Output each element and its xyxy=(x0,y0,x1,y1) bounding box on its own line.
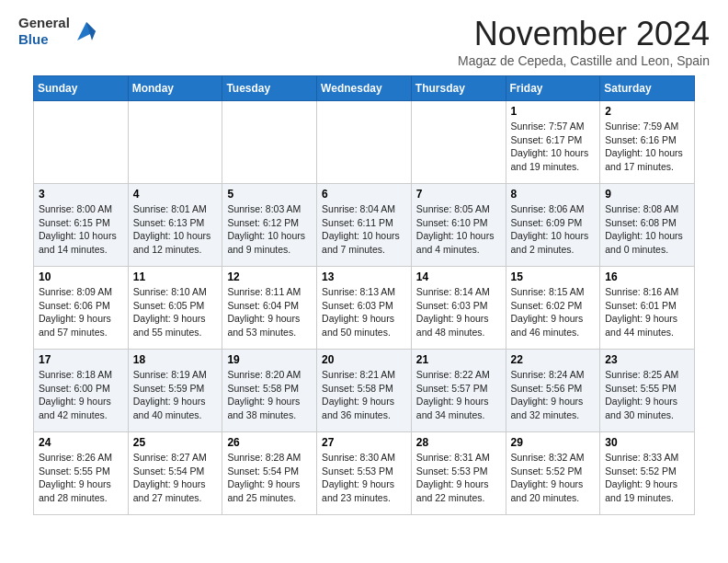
day-number: 19 xyxy=(227,353,312,366)
calendar-table: SundayMondayTuesdayWednesdayThursdayFrid… xyxy=(33,75,695,515)
day-info: Sunrise: 8:30 AM Sunset: 5:53 PM Dayligh… xyxy=(322,451,406,505)
day-number: 6 xyxy=(322,188,406,201)
calendar-cell: 22Sunrise: 8:24 AM Sunset: 5:56 PM Dayli… xyxy=(506,350,600,432)
day-info: Sunrise: 8:27 AM Sunset: 5:54 PM Dayligh… xyxy=(133,451,218,505)
day-info: Sunrise: 8:25 AM Sunset: 5:55 PM Dayligh… xyxy=(605,368,689,422)
calendar-cell: 2Sunrise: 7:59 AM Sunset: 6:16 PM Daylig… xyxy=(600,101,695,184)
calendar-cell: 23Sunrise: 8:25 AM Sunset: 5:55 PM Dayli… xyxy=(600,350,695,432)
weekday-header-sunday: Sunday xyxy=(34,76,129,101)
day-number: 27 xyxy=(322,436,406,449)
calendar-cell: 27Sunrise: 8:30 AM Sunset: 5:53 PM Dayli… xyxy=(317,432,412,515)
calendar-cell: 12Sunrise: 8:11 AM Sunset: 6:04 PM Dayli… xyxy=(222,267,317,350)
calendar-cell: 15Sunrise: 8:15 AM Sunset: 6:02 PM Dayli… xyxy=(506,267,600,350)
day-info: Sunrise: 8:32 AM Sunset: 5:52 PM Dayligh… xyxy=(511,451,596,505)
day-info: Sunrise: 8:08 AM Sunset: 6:08 PM Dayligh… xyxy=(605,202,689,257)
calendar-cell xyxy=(222,101,317,184)
day-number: 26 xyxy=(227,436,312,449)
weekday-header-wednesday: Wednesday xyxy=(317,76,412,101)
day-info: Sunrise: 8:22 AM Sunset: 5:57 PM Dayligh… xyxy=(416,368,501,422)
day-info: Sunrise: 8:09 AM Sunset: 6:06 PM Dayligh… xyxy=(39,285,123,339)
calendar-cell: 8Sunrise: 8:06 AM Sunset: 6:09 PM Daylig… xyxy=(506,184,600,267)
calendar-cell: 30Sunrise: 8:33 AM Sunset: 5:52 PM Dayli… xyxy=(600,432,695,515)
calendar-cell: 9Sunrise: 8:08 AM Sunset: 6:08 PM Daylig… xyxy=(600,184,695,267)
day-number: 5 xyxy=(227,188,312,201)
weekday-header-saturday: Saturday xyxy=(600,76,695,101)
title-block: November 2024 Magaz de Cepeda, Castille … xyxy=(458,15,710,68)
calendar-cell: 4Sunrise: 8:01 AM Sunset: 6:13 PM Daylig… xyxy=(128,184,222,267)
day-number: 28 xyxy=(416,436,501,449)
day-info: Sunrise: 8:33 AM Sunset: 5:52 PM Dayligh… xyxy=(605,451,689,505)
day-number: 30 xyxy=(605,436,689,449)
calendar-week-row: 24Sunrise: 8:26 AM Sunset: 5:55 PM Dayli… xyxy=(34,432,695,515)
day-info: Sunrise: 8:00 AM Sunset: 6:15 PM Dayligh… xyxy=(39,202,123,257)
calendar-cell xyxy=(128,101,222,184)
weekday-header-thursday: Thursday xyxy=(411,76,506,101)
day-number: 16 xyxy=(605,270,689,283)
calendar-week-row: 17Sunrise: 8:18 AM Sunset: 6:00 PM Dayli… xyxy=(34,350,695,432)
calendar-cell: 25Sunrise: 8:27 AM Sunset: 5:54 PM Dayli… xyxy=(128,432,222,515)
header: General Blue November 2024 Magaz de Cepe… xyxy=(0,0,728,75)
day-number: 20 xyxy=(322,353,406,366)
calendar-cell: 6Sunrise: 8:04 AM Sunset: 6:11 PM Daylig… xyxy=(317,184,412,267)
calendar-cell xyxy=(411,101,506,184)
day-number: 12 xyxy=(227,270,312,283)
day-info: Sunrise: 8:14 AM Sunset: 6:03 PM Dayligh… xyxy=(416,285,501,339)
day-info: Sunrise: 7:57 AM Sunset: 6:17 PM Dayligh… xyxy=(511,120,596,174)
day-number: 14 xyxy=(416,270,501,283)
day-info: Sunrise: 8:06 AM Sunset: 6:09 PM Dayligh… xyxy=(511,202,596,257)
day-number: 4 xyxy=(133,188,218,201)
day-number: 3 xyxy=(39,188,123,201)
day-number: 22 xyxy=(511,353,596,366)
day-number: 25 xyxy=(133,436,218,449)
day-info: Sunrise: 8:21 AM Sunset: 5:58 PM Dayligh… xyxy=(322,368,406,422)
calendar-header-row: SundayMondayTuesdayWednesdayThursdayFrid… xyxy=(34,76,695,101)
calendar-week-row: 10Sunrise: 8:09 AM Sunset: 6:06 PM Dayli… xyxy=(34,267,695,350)
day-info: Sunrise: 8:10 AM Sunset: 6:05 PM Dayligh… xyxy=(133,285,218,339)
month-title: November 2024 xyxy=(458,15,710,53)
calendar-cell: 29Sunrise: 8:32 AM Sunset: 5:52 PM Dayli… xyxy=(506,432,600,515)
day-info: Sunrise: 8:16 AM Sunset: 6:01 PM Dayligh… xyxy=(605,285,689,339)
logo-blue: Blue xyxy=(18,31,70,48)
calendar-cell: 1Sunrise: 7:57 AM Sunset: 6:17 PM Daylig… xyxy=(506,101,600,184)
calendar-cell: 24Sunrise: 8:26 AM Sunset: 5:55 PM Dayli… xyxy=(34,432,129,515)
day-number: 23 xyxy=(605,353,689,366)
calendar-cell: 18Sunrise: 8:19 AM Sunset: 5:59 PM Dayli… xyxy=(128,350,222,432)
day-info: Sunrise: 8:18 AM Sunset: 6:00 PM Dayligh… xyxy=(39,368,123,422)
day-info: Sunrise: 8:03 AM Sunset: 6:12 PM Dayligh… xyxy=(227,202,312,257)
logo-icon xyxy=(74,18,99,44)
day-info: Sunrise: 8:13 AM Sunset: 6:03 PM Dayligh… xyxy=(322,285,406,339)
day-info: Sunrise: 8:20 AM Sunset: 5:58 PM Dayligh… xyxy=(227,368,312,422)
logo: General Blue xyxy=(18,15,99,48)
calendar-wrapper: SundayMondayTuesdayWednesdayThursdayFrid… xyxy=(0,75,728,530)
calendar-cell: 19Sunrise: 8:20 AM Sunset: 5:58 PM Dayli… xyxy=(222,350,317,432)
calendar-cell: 11Sunrise: 8:10 AM Sunset: 6:05 PM Dayli… xyxy=(128,267,222,350)
day-number: 1 xyxy=(511,105,596,118)
calendar-cell: 28Sunrise: 8:31 AM Sunset: 5:53 PM Dayli… xyxy=(411,432,506,515)
calendar-cell: 5Sunrise: 8:03 AM Sunset: 6:12 PM Daylig… xyxy=(222,184,317,267)
day-number: 13 xyxy=(322,270,406,283)
calendar-cell: 17Sunrise: 8:18 AM Sunset: 6:00 PM Dayli… xyxy=(34,350,129,432)
day-number: 8 xyxy=(511,188,596,201)
day-number: 15 xyxy=(511,270,596,283)
day-number: 29 xyxy=(511,436,596,449)
calendar-cell: 21Sunrise: 8:22 AM Sunset: 5:57 PM Dayli… xyxy=(411,350,506,432)
day-info: Sunrise: 8:01 AM Sunset: 6:13 PM Dayligh… xyxy=(133,202,218,257)
calendar-cell: 10Sunrise: 8:09 AM Sunset: 6:06 PM Dayli… xyxy=(34,267,129,350)
day-number: 21 xyxy=(416,353,501,366)
weekday-header-monday: Monday xyxy=(128,76,222,101)
day-info: Sunrise: 8:31 AM Sunset: 5:53 PM Dayligh… xyxy=(416,451,501,505)
day-info: Sunrise: 8:04 AM Sunset: 6:11 PM Dayligh… xyxy=(322,202,406,257)
calendar-cell: 26Sunrise: 8:28 AM Sunset: 5:54 PM Dayli… xyxy=(222,432,317,515)
calendar-week-row: 3Sunrise: 8:00 AM Sunset: 6:15 PM Daylig… xyxy=(34,184,695,267)
calendar-cell: 14Sunrise: 8:14 AM Sunset: 6:03 PM Dayli… xyxy=(411,267,506,350)
day-info: Sunrise: 8:24 AM Sunset: 5:56 PM Dayligh… xyxy=(511,368,596,422)
day-number: 11 xyxy=(133,270,218,283)
day-number: 2 xyxy=(605,105,689,118)
day-info: Sunrise: 8:19 AM Sunset: 5:59 PM Dayligh… xyxy=(133,368,218,422)
calendar-cell: 16Sunrise: 8:16 AM Sunset: 6:01 PM Dayli… xyxy=(600,267,695,350)
day-number: 9 xyxy=(605,188,689,201)
calendar-cell: 3Sunrise: 8:00 AM Sunset: 6:15 PM Daylig… xyxy=(34,184,129,267)
day-info: Sunrise: 8:26 AM Sunset: 5:55 PM Dayligh… xyxy=(39,451,123,505)
weekday-header-tuesday: Tuesday xyxy=(222,76,317,101)
day-info: Sunrise: 8:15 AM Sunset: 6:02 PM Dayligh… xyxy=(511,285,596,339)
